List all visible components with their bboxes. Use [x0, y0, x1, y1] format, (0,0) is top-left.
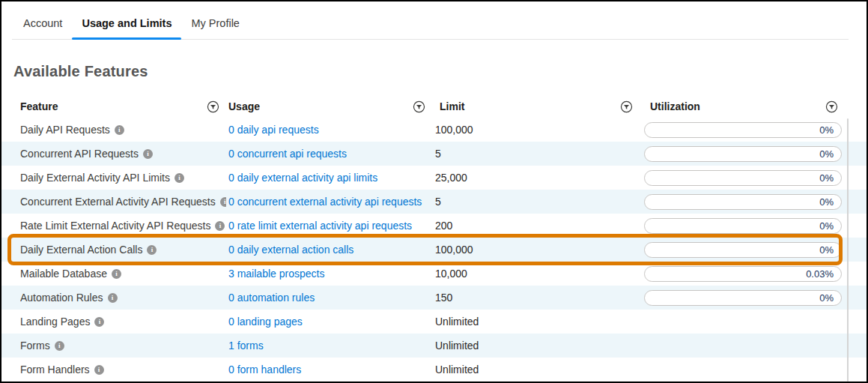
table-row: Landing Pages i 0 landing pages Unlimite…: [1, 310, 867, 334]
usage-link[interactable]: 0 daily external action calls: [228, 244, 353, 256]
utilization-value: 0.03%: [806, 268, 834, 280]
usage-link[interactable]: 0 daily api requests: [228, 124, 319, 136]
usage-cell: 0 landing pages: [226, 316, 432, 328]
utilization-value: 0%: [819, 172, 834, 184]
utilization-pill: 0%: [644, 242, 842, 258]
utilization-cell: 0%: [640, 170, 845, 186]
feature-cell: Form Handlers i: [20, 364, 226, 376]
info-icon[interactable]: i: [115, 125, 124, 135]
column-label: Limit: [440, 100, 464, 112]
feature-cell: Mailable Database i: [20, 268, 226, 280]
info-icon[interactable]: i: [108, 293, 118, 303]
utilization-pill: 0%: [644, 122, 842, 138]
utilization-cell: 0%: [640, 146, 845, 162]
feature-cell: Concurrent API Requests i: [20, 148, 226, 160]
table-row: Concurrent API Requests i 0 concurrent a…: [1, 142, 867, 166]
table-row: Mailable Database i 3 mailable prospects…: [1, 262, 867, 286]
utilization-cell: 0.03%: [640, 266, 845, 282]
usage-link[interactable]: 3 mailable prospects: [228, 268, 324, 280]
column-label: Utilization: [650, 100, 700, 112]
table-row: Forms i 1 forms Unlimited: [1, 334, 867, 358]
feature-label: Daily External Activity API Limits: [20, 172, 170, 184]
utilization-value: 0%: [819, 148, 834, 160]
vertical-scrollbar[interactable]: [847, 118, 849, 382]
info-icon[interactable]: i: [215, 221, 225, 231]
info-icon[interactable]: i: [147, 245, 157, 255]
limit-value: Unlimited: [432, 364, 640, 376]
limit-value: 25,000: [432, 172, 640, 184]
table-row: Daily External Activity API Limits i 0 d…: [1, 166, 867, 190]
usage-cell: 1 forms: [226, 340, 432, 352]
info-icon[interactable]: i: [174, 173, 184, 183]
info-icon[interactable]: i: [55, 341, 64, 351]
feature-cell: Daily External Action Calls i: [20, 244, 226, 256]
usage-link[interactable]: 0 form handlers: [228, 364, 301, 376]
tab-bar: Account Usage and Limits My Profile: [1, 1, 867, 40]
utilization-pill: 0%: [644, 170, 842, 186]
column-label: Feature: [20, 100, 58, 112]
info-icon[interactable]: i: [94, 317, 104, 327]
utilization-cell: 0%: [640, 218, 845, 234]
usage-cell: 0 daily api requests: [226, 124, 432, 136]
limit-value: 150: [432, 292, 640, 304]
utilization-pill: 0%: [644, 194, 842, 210]
info-icon[interactable]: i: [143, 149, 153, 159]
limit-value: Unlimited: [432, 340, 640, 352]
usage-link[interactable]: 0 concurrent api requests: [228, 148, 347, 160]
utilization-cell: 0%: [640, 290, 845, 306]
tab-usage-and-limits[interactable]: Usage and Limits: [72, 17, 181, 40]
utilization-value: 0%: [819, 220, 834, 232]
usage-cell: 0 concurrent external activity api reque…: [226, 196, 432, 208]
limit-value: 10,000: [432, 268, 640, 280]
feature-cell: Daily External Activity API Limits i: [20, 172, 226, 184]
utilization-value: 0%: [819, 292, 834, 304]
usage-link[interactable]: 0 daily external activity api limits: [228, 172, 377, 184]
filter-icon[interactable]: [825, 100, 838, 113]
usage-link[interactable]: 1 forms: [228, 340, 264, 352]
utilization-value: 0%: [819, 196, 834, 208]
filter-icon[interactable]: [620, 100, 633, 113]
limit-value: 5: [432, 148, 640, 160]
feature-label: Form Handlers: [20, 364, 90, 376]
feature-label: Concurrent External Activity API Request…: [20, 196, 216, 208]
tab-account[interactable]: Account: [13, 17, 72, 40]
filter-icon[interactable]: [413, 100, 425, 113]
feature-cell: Landing Pages i: [20, 316, 226, 328]
usage-link[interactable]: 0 landing pages: [228, 316, 303, 328]
feature-cell: Rate Limit External Activity API Request…: [20, 220, 226, 232]
app-window: Account Usage and Limits My Profile Avai…: [0, 0, 868, 383]
feature-label: Rate Limit External Activity API Request…: [20, 220, 210, 232]
table-row: Rate Limit External Activity API Request…: [1, 214, 867, 238]
column-header-utilization: Utilization: [640, 100, 845, 113]
limit-value: Unlimited: [432, 316, 640, 328]
limit-value: 100,000: [432, 124, 640, 136]
table-row: Form Handlers i 0 form handlers Unlimite…: [1, 358, 867, 382]
info-icon[interactable]: i: [220, 197, 226, 207]
info-icon[interactable]: i: [94, 365, 104, 375]
usage-link[interactable]: 0 automation rules: [228, 292, 315, 304]
tab-my-profile[interactable]: My Profile: [181, 17, 249, 40]
table-row: Daily API Requests i 0 daily api request…: [1, 118, 867, 142]
feature-label: Mailable Database: [20, 268, 107, 280]
column-header-usage: Usage: [226, 100, 432, 113]
feature-label: Concurrent API Requests: [20, 148, 139, 160]
utilization-cell: 0%: [640, 242, 845, 258]
table-header: Feature Usage Limit: [1, 95, 867, 118]
utilization-pill: 0%: [644, 290, 842, 306]
utilization-value: 0%: [819, 244, 834, 256]
filter-icon[interactable]: [207, 100, 219, 113]
usage-link[interactable]: 0 concurrent external activity api reque…: [228, 196, 422, 208]
usage-link[interactable]: 0 rate limit external activity api reque…: [228, 220, 412, 232]
feature-cell: Daily API Requests i: [20, 124, 226, 136]
usage-cell: 3 mailable prospects: [226, 268, 432, 280]
usage-cell: 0 form handlers: [226, 364, 432, 376]
utilization-value: 0%: [819, 124, 834, 136]
feature-cell: Automation Rules i: [20, 292, 226, 304]
table-row: Daily External Action Calls i 0 daily ex…: [1, 238, 867, 262]
feature-label: Landing Pages: [20, 316, 90, 328]
info-icon[interactable]: i: [112, 269, 121, 279]
feature-label: Forms: [20, 340, 50, 352]
feature-label: Automation Rules: [20, 292, 103, 304]
column-header-limit: Limit: [432, 100, 640, 113]
utilization-pill: 0%: [644, 146, 842, 162]
